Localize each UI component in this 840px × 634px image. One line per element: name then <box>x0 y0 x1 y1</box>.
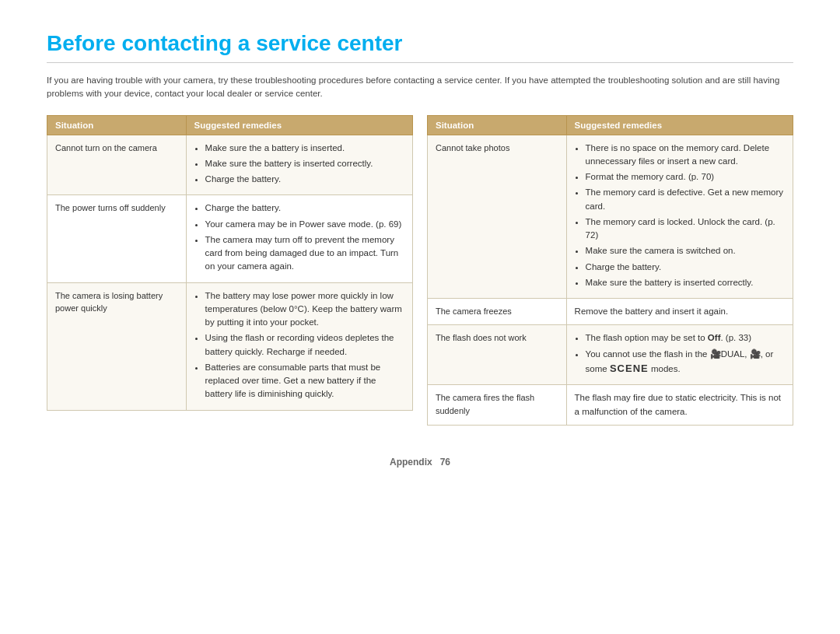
left-table-container: Situation Suggested remedies Cannot turn… <box>47 115 413 411</box>
right-col-remedies: Suggested remedies <box>566 115 793 135</box>
right-col-situation: Situation <box>428 115 567 135</box>
left-col-situation: Situation <box>47 115 187 135</box>
table-row: The power turns off suddenlyCharge the b… <box>47 195 413 282</box>
table-row: The camera freezesRemove the battery and… <box>428 299 793 325</box>
situation-cell: The power turns off suddenly <box>47 195 187 282</box>
table-row: The camera is losing battery power quick… <box>47 282 413 410</box>
page-title: Before contacting a service center <box>47 31 793 63</box>
situation-cell: The camera freezes <box>428 299 567 325</box>
table-row: The camera fires the flash suddenlyThe f… <box>428 385 793 426</box>
remedies-cell: There is no space on the memory card. De… <box>566 135 793 299</box>
remedies-cell: The flash may fire due to static electri… <box>566 385 793 426</box>
remedies-cell: Charge the battery.Your camera may be in… <box>186 195 412 282</box>
situation-cell: The flash does not work <box>428 325 567 385</box>
table-row: Cannot turn on the cameraMake sure the a… <box>47 135 413 195</box>
left-table: Situation Suggested remedies Cannot turn… <box>47 115 413 411</box>
right-table: Situation Suggested remedies Cannot take… <box>427 115 793 426</box>
situation-cell: The camera fires the flash suddenly <box>428 385 567 426</box>
table-row: Cannot take photosThere is no space on t… <box>428 135 793 299</box>
situation-cell: The camera is losing battery power quick… <box>47 282 187 410</box>
footer: Appendix 76 <box>47 457 793 468</box>
situation-cell: Cannot turn on the camera <box>47 135 187 195</box>
remedies-cell: The flash option may be set to Off. (p. … <box>566 325 793 385</box>
table-row: The flash does not workThe flash option … <box>428 325 793 385</box>
tables-wrapper: Situation Suggested remedies Cannot turn… <box>47 115 793 426</box>
remedies-cell: The battery may lose power more quickly … <box>186 282 412 410</box>
footer-label: Appendix <box>390 457 432 468</box>
right-table-container: Situation Suggested remedies Cannot take… <box>427 115 793 426</box>
remedies-cell: Remove the battery and insert it again. <box>566 299 793 325</box>
intro-text: If you are having trouble with your came… <box>47 74 793 101</box>
situation-cell: Cannot take photos <box>428 135 567 299</box>
left-col-remedies: Suggested remedies <box>186 115 412 135</box>
footer-page-number: 76 <box>440 457 450 468</box>
remedies-cell: Make sure the a battery is inserted.Make… <box>186 135 412 195</box>
